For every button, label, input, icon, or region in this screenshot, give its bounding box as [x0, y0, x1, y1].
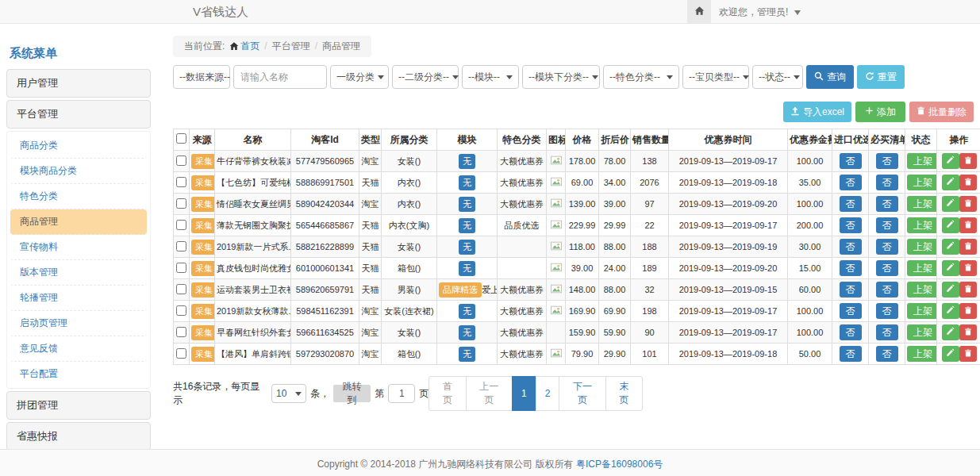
row-checkbox[interactable]	[176, 284, 186, 294]
breadcrumb-home-link[interactable]: 首页	[240, 40, 259, 52]
delete-button[interactable]	[959, 153, 977, 169]
status-button[interactable]: 上架	[907, 175, 937, 190]
page-1-button[interactable]: 1	[512, 376, 536, 411]
sidebar-subitem[interactable]: 模块商品分类	[10, 159, 147, 184]
first-page-button[interactable]: 首页	[429, 376, 466, 411]
edit-button[interactable]	[942, 175, 959, 190]
sidebar-group[interactable]: 拼团管理	[6, 391, 151, 420]
prev-page-button[interactable]: 上一页	[466, 376, 513, 411]
must-buy-toggle-button[interactable]: 否	[876, 153, 898, 169]
page-number-input[interactable]	[388, 384, 415, 403]
sidebar-subitem[interactable]: 特色分类	[10, 184, 147, 209]
delete-button[interactable]	[959, 196, 977, 212]
status-button[interactable]: 上架	[907, 239, 937, 255]
import-select-toggle-button[interactable]: 否	[840, 260, 862, 276]
sidebar-subitem[interactable]: 版本管理	[10, 260, 147, 286]
select-all-checkbox[interactable]	[176, 133, 186, 144]
edit-button[interactable]	[942, 217, 959, 233]
sidebar-subitem[interactable]: 启动页管理	[10, 311, 147, 336]
edit-button[interactable]	[942, 346, 959, 362]
must-buy-toggle-button[interactable]: 否	[876, 303, 898, 319]
source-filter-select[interactable]: --数据来源--	[173, 65, 230, 89]
edit-button[interactable]	[942, 324, 959, 340]
status-button[interactable]: 上架	[907, 324, 937, 340]
home-button[interactable]	[687, 0, 711, 23]
status-button[interactable]: 上架	[907, 217, 937, 233]
must-buy-toggle-button[interactable]: 否	[876, 217, 898, 233]
must-buy-toggle-button[interactable]: 否	[876, 324, 898, 340]
row-checkbox[interactable]	[176, 305, 186, 316]
import-select-toggle-button[interactable]: 否	[840, 175, 862, 190]
search-button[interactable]: 查询	[806, 65, 854, 89]
page-2-button[interactable]: 2	[536, 376, 560, 411]
sidebar-subitem[interactable]: 商品管理	[10, 209, 147, 235]
module-sub-filter-select[interactable]: --模块下分类--	[522, 65, 600, 89]
sidebar-group-platform[interactable]: 平台管理	[6, 100, 151, 129]
edit-button[interactable]	[942, 282, 959, 298]
row-checkbox[interactable]	[176, 327, 186, 337]
must-buy-toggle-button[interactable]: 否	[876, 346, 898, 362]
delete-button[interactable]	[959, 260, 977, 276]
import-select-toggle-button[interactable]: 否	[840, 303, 862, 319]
delete-button[interactable]	[959, 346, 977, 362]
sidebar-group-users[interactable]: 用户管理	[6, 69, 151, 98]
import-select-toggle-button[interactable]: 否	[840, 196, 862, 212]
level1-category-select[interactable]: 一级分类	[330, 65, 389, 89]
row-checkbox[interactable]	[176, 177, 186, 187]
status-button[interactable]: 上架	[907, 196, 937, 212]
edit-button[interactable]	[942, 303, 959, 319]
delete-button[interactable]	[959, 282, 977, 298]
status-button[interactable]: 上架	[907, 346, 937, 362]
status-button[interactable]: 上架	[907, 282, 937, 298]
edit-button[interactable]	[942, 153, 959, 169]
sidebar-subitem[interactable]: 平台配置	[10, 362, 147, 386]
feature-filter-select[interactable]: --特色分类--	[603, 65, 679, 89]
must-buy-toggle-button[interactable]: 否	[876, 196, 898, 212]
must-buy-toggle-button[interactable]: 否	[876, 239, 898, 255]
must-buy-toggle-button[interactable]: 否	[876, 175, 898, 190]
name-filter-input[interactable]	[233, 65, 327, 89]
sidebar-subitem[interactable]: 宣传物料	[10, 235, 147, 260]
sidebar-subitem[interactable]: 商品分类	[10, 133, 147, 159]
user-menu[interactable]: 欢迎您，管理员!	[719, 0, 801, 24]
import-select-toggle-button[interactable]: 否	[840, 217, 862, 233]
import-excel-button[interactable]: 导入excel	[783, 102, 851, 122]
item-type-filter-select[interactable]: --宝贝类型--	[682, 65, 749, 89]
level2-category-select[interactable]: --二级分类--	[392, 65, 459, 89]
row-checkbox[interactable]	[176, 263, 186, 273]
status-button[interactable]: 上架	[907, 153, 937, 169]
edit-button[interactable]	[942, 260, 959, 276]
sidebar-group[interactable]: 省惠快报	[6, 422, 151, 449]
icp-link[interactable]: 粤ICP备16098006号	[576, 459, 663, 470]
edit-button[interactable]	[942, 239, 959, 255]
row-checkbox[interactable]	[176, 220, 186, 230]
status-filter-select[interactable]: --状态--	[752, 65, 803, 89]
last-page-button[interactable]: 末页	[605, 376, 643, 411]
row-checkbox[interactable]	[176, 155, 186, 166]
must-buy-toggle-button[interactable]: 否	[876, 260, 898, 276]
sidebar-subitem[interactable]: 意见反馈	[10, 336, 147, 362]
delete-button[interactable]	[959, 175, 977, 190]
must-buy-toggle-button[interactable]: 否	[876, 282, 898, 298]
edit-button[interactable]	[942, 196, 959, 212]
status-button[interactable]: 上架	[907, 303, 937, 319]
import-select-toggle-button[interactable]: 否	[840, 239, 862, 255]
import-select-toggle-button[interactable]: 否	[840, 282, 862, 298]
status-button[interactable]: 上架	[907, 260, 937, 276]
sidebar-subitem[interactable]: 轮播管理	[10, 286, 147, 311]
next-page-button[interactable]: 下一页	[559, 376, 605, 411]
delete-button[interactable]	[959, 239, 977, 255]
add-button[interactable]: 添加	[855, 102, 905, 122]
delete-button[interactable]	[959, 324, 977, 340]
import-select-toggle-button[interactable]: 否	[840, 153, 862, 169]
row-checkbox[interactable]	[176, 348, 186, 359]
batch-delete-button[interactable]: 批量删除	[909, 102, 974, 122]
import-select-toggle-button[interactable]: 否	[840, 324, 862, 340]
module-filter-select[interactable]: --模块--	[462, 65, 519, 89]
per-page-select[interactable]: 10	[271, 384, 306, 403]
row-checkbox[interactable]	[176, 241, 186, 251]
jump-button[interactable]: 跳转到	[333, 385, 371, 402]
delete-button[interactable]	[959, 217, 977, 233]
row-checkbox[interactable]	[176, 198, 186, 209]
reset-button[interactable]: 重置	[857, 65, 905, 89]
